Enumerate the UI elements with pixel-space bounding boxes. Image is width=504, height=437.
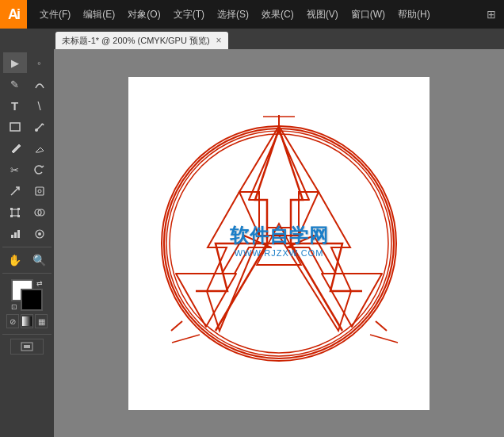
menu-item-e[interactable]: 编辑(E) xyxy=(77,0,121,29)
menu-item-o[interactable]: 对象(O) xyxy=(121,0,166,29)
pencil-tool[interactable] xyxy=(3,138,27,159)
svg-rect-12 xyxy=(14,232,17,238)
free-transform-tool[interactable] xyxy=(3,202,27,223)
color-mode-row: ⊘ ▦ xyxy=(6,314,48,328)
tool-row-scissors: ✂ xyxy=(2,159,52,180)
color-boxes: ⇄ ⊡ xyxy=(11,279,43,311)
menu-item-t[interactable]: 文字(T) xyxy=(167,0,211,29)
pen-tool[interactable]: ✎ xyxy=(3,74,27,94)
default-colors-icon[interactable]: ⊡ xyxy=(11,303,17,311)
shape-builder-tool[interactable] xyxy=(28,202,52,223)
document-tab[interactable]: 未标题-1* @ 200% (CMYK/GPU 预览) × xyxy=(55,32,228,49)
scissors-tool[interactable]: ✂ xyxy=(3,159,27,180)
title-bar: Ai 文件(F)编辑(E)对象(O)文字(T)选择(S)效果(C)视图(V)窗口… xyxy=(0,0,504,29)
svg-rect-5 xyxy=(10,208,13,210)
svg-line-28 xyxy=(172,335,200,343)
tool-row-chart xyxy=(2,224,52,244)
none-fill-button[interactable]: ⊘ xyxy=(6,314,19,328)
curvature-tool[interactable] xyxy=(28,74,52,94)
menu-item-w[interactable]: 窗口(W) xyxy=(345,0,391,29)
menu-item-c[interactable]: 效果(C) xyxy=(255,0,300,29)
svg-rect-0 xyxy=(10,123,20,131)
svg-rect-8 xyxy=(17,215,20,217)
swap-colors-icon[interactable]: ⇄ xyxy=(36,279,43,287)
pattern-button[interactable]: ▦ xyxy=(35,314,48,328)
tab-bar: 未标题-1* @ 200% (CMYK/GPU 预览) × xyxy=(0,29,504,49)
svg-rect-11 xyxy=(11,235,13,238)
grid-icon[interactable]: ⊞ xyxy=(482,5,501,24)
tool-row-transform xyxy=(2,202,52,223)
svg-point-1 xyxy=(35,128,38,132)
direct-select-tool[interactable]: ◦ xyxy=(28,52,52,73)
color-area: ⇄ ⊡ ⊘ ▦ xyxy=(2,276,52,332)
tool-separator xyxy=(2,247,52,247)
menu-item-h[interactable]: 帮助(H) xyxy=(391,0,437,29)
symbol-sprayer-tool[interactable] xyxy=(28,224,52,244)
svg-rect-7 xyxy=(10,215,13,217)
screen-mode-button[interactable] xyxy=(10,339,44,355)
select-tool[interactable]: ▶ xyxy=(3,52,27,73)
svg-rect-13 xyxy=(17,230,20,238)
window-controls: ⊞ xyxy=(482,5,504,24)
tab-label: 未标题-1* @ 200% (CMYK/GPU 预览) xyxy=(62,35,210,47)
ai-logo: Ai xyxy=(0,0,27,29)
rect-tool[interactable] xyxy=(3,117,27,137)
svg-line-27 xyxy=(370,335,398,343)
tool-separator-2 xyxy=(2,273,52,274)
menu-item-v[interactable]: 视图(V) xyxy=(300,0,345,29)
svg-rect-4 xyxy=(12,209,18,216)
main-artwork xyxy=(128,77,430,410)
warp-tool[interactable] xyxy=(28,181,52,201)
hand-tool[interactable]: ✋ xyxy=(3,250,27,270)
tab-close-button[interactable]: × xyxy=(216,36,222,45)
line-tool[interactable]: \ xyxy=(28,95,52,116)
menu-item-f[interactable]: 文件(F) xyxy=(33,0,77,29)
svg-rect-6 xyxy=(17,208,20,210)
paintbrush-tool[interactable] xyxy=(28,117,52,137)
tool-row-hand: ✋ 🔍 xyxy=(2,250,52,270)
svg-point-21 xyxy=(164,128,394,358)
rotate-tool[interactable] xyxy=(28,159,52,180)
canvas-area: 软件自学网 WWW.RJZXW.COM xyxy=(54,49,504,437)
tool-separator-3 xyxy=(2,334,52,335)
tool-row-select: ▶ ◦ xyxy=(2,52,52,73)
gradient-button[interactable] xyxy=(21,314,33,328)
svg-rect-2 xyxy=(36,187,44,195)
tool-row-pen: ✎ xyxy=(2,74,52,94)
eraser-tool[interactable] xyxy=(28,138,52,159)
zoom-tool[interactable]: 🔍 xyxy=(28,250,52,270)
main-area: ▶ ◦ ✎ T \ xyxy=(0,49,504,437)
menu-bar: 文件(F)编辑(E)对象(O)文字(T)选择(S)效果(C)视图(V)窗口(W)… xyxy=(27,0,482,29)
svg-point-3 xyxy=(38,190,41,193)
artboard: 软件自学网 WWW.RJZXW.COM xyxy=(128,77,430,410)
chart-tool[interactable] xyxy=(3,224,27,244)
stroke-color-box[interactable] xyxy=(21,289,43,311)
tool-row-shape xyxy=(2,117,52,137)
svg-point-15 xyxy=(38,232,41,236)
tool-row-scale xyxy=(2,181,52,201)
toolbox: ▶ ◦ ✎ T \ xyxy=(0,49,54,437)
scale-tool[interactable] xyxy=(3,181,27,201)
tool-row-pencil xyxy=(2,138,52,159)
tool-row-type: T \ xyxy=(2,95,52,116)
menu-item-s[interactable]: 选择(S) xyxy=(211,0,255,29)
svg-line-24 xyxy=(376,321,387,331)
svg-rect-16 xyxy=(22,316,32,326)
svg-line-25 xyxy=(171,321,182,331)
svg-rect-18 xyxy=(24,345,30,348)
type-tool[interactable]: T xyxy=(3,95,27,116)
